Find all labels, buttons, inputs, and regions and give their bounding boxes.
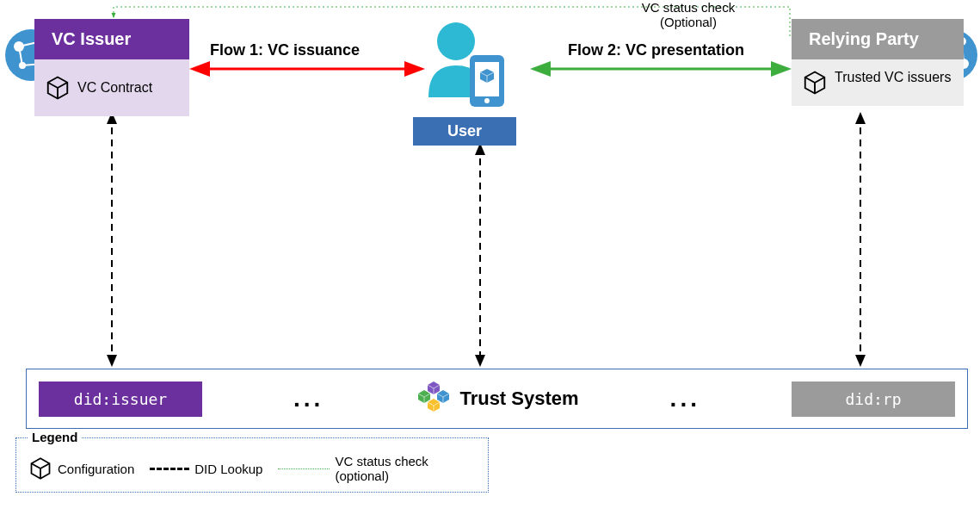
legend-title: Legend	[28, 430, 81, 444]
legend-config-item: Configuration	[28, 456, 134, 481]
cube-icon	[802, 70, 828, 96]
dash-line-icon	[150, 468, 189, 470]
legend-row: Configuration DID Lookup VC status check…	[28, 454, 476, 483]
vc-status-check-label: VC status check (Optional)	[619, 0, 757, 29]
flow2-label: Flow 2: VC presentation	[568, 41, 744, 59]
did-rp-box: did:rp	[792, 381, 955, 417]
trust-system-text: Trust System	[459, 388, 578, 410]
cube-icon	[45, 75, 71, 101]
cubes-icon	[415, 380, 453, 418]
flow1-label: Flow 1: VC issuance	[210, 41, 360, 59]
user-with-phone-icon	[413, 16, 516, 110]
legend-config-label: Configuration	[58, 462, 134, 476]
did-issuer-box: did:issuer	[39, 381, 202, 417]
cube-icon	[28, 456, 52, 481]
user-label: User	[413, 117, 516, 146]
trust-system-label: Trust System	[415, 380, 578, 418]
legend-vc-status-label: VC status check (optional)	[335, 454, 428, 483]
relying-party-body: Trusted VC issuers	[792, 59, 964, 106]
legend-did-lookup-item: DID Lookup	[150, 462, 262, 476]
trust-system-bar: did:issuer ... Trust System ... did:rp	[26, 369, 968, 429]
legend-box: Legend Configuration DID Lookup VC statu…	[15, 437, 489, 493]
relying-party-title: Relying Party	[792, 19, 964, 59]
svg-point-21	[484, 98, 490, 103]
vc-issuer-title: VC Issuer	[34, 19, 189, 59]
dotted-line-icon	[278, 468, 330, 469]
user-box: User	[413, 16, 516, 146]
vc-contract-label: VC Contract	[77, 80, 152, 96]
trusted-issuers-label: Trusted VC issuers	[835, 70, 951, 85]
ellipsis: ...	[670, 385, 700, 412]
relying-party-box: Relying Party Trusted VC issuers	[792, 19, 964, 106]
ellipsis: ...	[293, 385, 324, 412]
vc-issuer-box: VC Issuer VC Contract	[34, 19, 189, 116]
svg-point-18	[437, 22, 475, 60]
diagram-canvas: VC Issuer VC Contract Relying Party Trus…	[0, 0, 980, 521]
legend-did-lookup-label: DID Lookup	[194, 462, 262, 476]
legend-vc-status-item: VC status check (optional)	[278, 454, 428, 483]
vc-issuer-body: VC Contract	[34, 59, 189, 116]
